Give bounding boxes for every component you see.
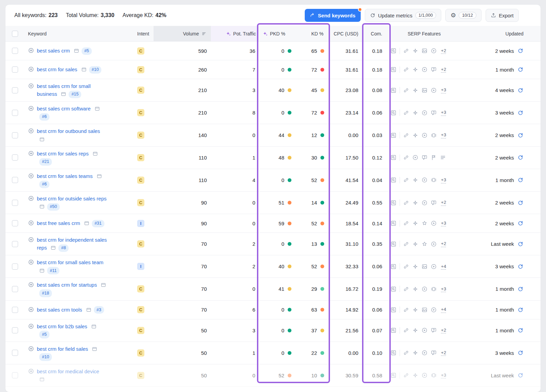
keyword-link[interactable]: best crm for sales teams — [37, 173, 92, 179]
faq-icon[interactable] — [421, 154, 428, 161]
refresh-metrics-icon[interactable] — [517, 307, 523, 313]
row-checkbox[interactable] — [12, 66, 18, 73]
video-icon[interactable] — [431, 220, 437, 226]
add-keyword-icon[interactable] — [28, 368, 34, 374]
intent-badge[interactable]: C — [137, 349, 144, 357]
position-badge[interactable]: #3 — [94, 306, 104, 314]
intent-badge[interactable]: C — [137, 285, 144, 292]
add-keyword-icon[interactable] — [28, 259, 34, 265]
serp-more-link[interactable]: +3 — [441, 220, 446, 227]
video-icon[interactable] — [421, 200, 428, 206]
carousel-icon[interactable] — [431, 372, 437, 378]
intent-badge[interactable]: I — [137, 263, 144, 270]
keyword-link[interactable]: best sales crm — [37, 48, 70, 54]
serp-snapshot-icon[interactable] — [390, 177, 397, 183]
diamond-icon[interactable] — [412, 66, 418, 73]
diamond-icon[interactable] — [412, 177, 418, 183]
serp-snapshot-icon[interactable] — [390, 241, 397, 247]
serp-snapshot-icon[interactable] — [390, 110, 397, 116]
serp-snapshot-icon[interactable] — [390, 200, 397, 206]
image-icon[interactable] — [421, 263, 428, 270]
row-checkbox[interactable] — [12, 372, 18, 378]
row-checkbox[interactable] — [12, 48, 18, 54]
row-checkbox[interactable] — [12, 132, 18, 138]
column-header-keyword[interactable]: Keyword — [25, 26, 134, 41]
position-badge[interactable]: #15 — [69, 91, 81, 98]
serp-more-link[interactable]: +3 — [441, 286, 446, 292]
serp-snapshot-icon[interactable] — [390, 48, 397, 54]
link-icon[interactable] — [403, 372, 409, 378]
keyword-link[interactable]: best crm for outbound sales — [37, 128, 100, 134]
serp-more-link[interactable]: +2 — [441, 327, 446, 334]
add-keyword-icon[interactable] — [28, 346, 34, 352]
position-badge[interactable]: #5 — [39, 331, 49, 338]
add-keyword-icon[interactable] — [28, 83, 34, 89]
serp-more-link[interactable]: +4 — [441, 263, 446, 270]
diamond-icon[interactable] — [412, 87, 418, 93]
column-header-updated[interactable]: Updated — [463, 26, 541, 41]
serp-preview-icon[interactable] — [91, 324, 97, 329]
keyword-link[interactable]: best crm for small sales team — [37, 259, 103, 265]
carousel-icon[interactable] — [431, 286, 437, 292]
serp-preview-icon[interactable] — [97, 174, 102, 179]
serp-preview-icon[interactable] — [81, 67, 87, 72]
column-header-pkd[interactable]: PKD % — [259, 26, 294, 41]
video-icon[interactable] — [421, 350, 428, 356]
faq-icon[interactable] — [431, 327, 437, 333]
serp-snapshot-icon[interactable] — [390, 87, 397, 93]
link-icon[interactable] — [403, 177, 409, 183]
video-icon[interactable] — [412, 154, 418, 161]
column-header-kd[interactable]: KD % — [294, 26, 328, 41]
serp-preview-icon[interactable] — [74, 48, 79, 54]
image-icon[interactable] — [421, 307, 428, 313]
keyword-link[interactable]: best free sales crm — [37, 220, 80, 226]
column-header-volume[interactable]: Volume — [154, 26, 211, 41]
refresh-metrics-icon[interactable] — [517, 350, 523, 356]
intent-badge[interactable]: C — [137, 109, 144, 116]
position-badge[interactable]: #5 — [82, 47, 92, 55]
carousel-icon[interactable] — [431, 177, 437, 183]
video-icon[interactable] — [421, 177, 428, 183]
intent-badge[interactable]: C — [137, 132, 144, 139]
link-icon[interactable] — [403, 263, 409, 270]
position-badge[interactable]: #8 — [58, 244, 69, 252]
link-icon[interactable] — [403, 66, 409, 73]
intent-badge[interactable]: C — [137, 47, 144, 55]
refresh-metrics-icon[interactable] — [517, 66, 523, 73]
serp-more-link[interactable]: +3 — [441, 109, 446, 116]
diamond-icon[interactable] — [412, 110, 418, 116]
row-checkbox[interactable] — [12, 327, 18, 333]
serp-more-link[interactable]: +3 — [441, 87, 446, 93]
row-checkbox[interactable] — [12, 220, 18, 226]
keyword-link[interactable]: best crm for sales — [37, 66, 77, 72]
serp-preview-icon[interactable] — [92, 346, 97, 352]
refresh-metrics-icon[interactable] — [517, 372, 523, 378]
intent-badge[interactable]: C — [137, 87, 144, 94]
video-icon[interactable] — [421, 66, 428, 73]
serp-more-link[interactable]: +2 — [441, 350, 446, 356]
video-icon[interactable] — [421, 132, 428, 138]
diamond-icon[interactable] — [412, 220, 418, 226]
intent-badge[interactable]: C — [137, 177, 144, 184]
refresh-metrics-icon[interactable] — [517, 48, 523, 54]
faq-icon[interactable] — [431, 110, 437, 116]
serp-preview-icon[interactable] — [39, 204, 45, 209]
link-icon[interactable] — [403, 48, 409, 54]
video-icon[interactable] — [431, 263, 437, 270]
serp-snapshot-icon[interactable] — [390, 286, 397, 292]
keyword-link[interactable]: best sales crm for startups — [37, 282, 97, 288]
add-keyword-icon[interactable] — [28, 150, 34, 156]
link-icon[interactable] — [403, 241, 409, 247]
serp-more-link[interactable]: +4 — [441, 306, 446, 313]
position-badge[interactable]: #10 — [39, 353, 52, 361]
video-icon[interactable] — [431, 241, 437, 247]
refresh-metrics-icon[interactable] — [517, 200, 523, 206]
link-icon[interactable] — [403, 200, 409, 206]
keyword-link[interactable]: best crm for independent sales reps — [37, 237, 107, 251]
diamond-icon[interactable] — [412, 350, 418, 356]
intent-badge[interactable]: C — [137, 327, 144, 334]
link-icon[interactable] — [403, 350, 409, 356]
serp-snapshot-icon[interactable] — [390, 132, 397, 138]
serp-snapshot-icon[interactable] — [390, 327, 397, 333]
add-keyword-icon[interactable] — [28, 282, 34, 288]
